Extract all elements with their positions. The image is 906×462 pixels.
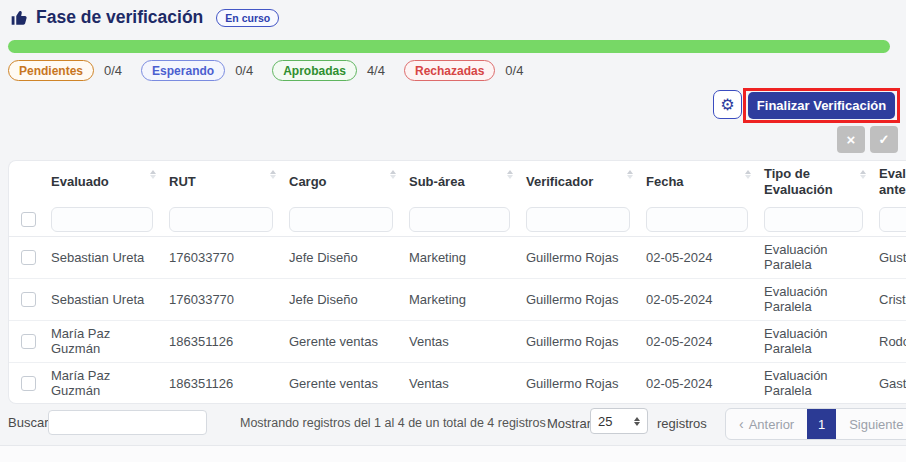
check-icon: ✓: [879, 132, 890, 147]
sort-icon[interactable]: [860, 170, 866, 179]
pagination: ‹ Anterior 1 Siguiente ›: [725, 408, 906, 440]
filter-input-fecha[interactable]: [646, 207, 748, 232]
badge-pendientes: Pendientes: [8, 60, 94, 81]
table-row: María Paz Guzmán 186351126 Gerente venta…: [9, 362, 906, 404]
column-header-evaluado: Evaluado: [43, 161, 161, 203]
counters-row: Pendientes 0/4 Esperando 0/4 Aprobadas 4…: [8, 60, 533, 81]
sort-icon[interactable]: [270, 170, 276, 179]
next-page-button[interactable]: Siguiente ›: [836, 409, 906, 439]
filter-row: [9, 203, 906, 236]
show-label: Mostrar: [547, 416, 591, 431]
row-checkbox[interactable]: [21, 250, 36, 265]
column-header-subarea: Sub-área: [401, 161, 518, 203]
column-header-evaluador-anterior: Evaluador anterior: [871, 161, 906, 203]
table-row: Sebastian Ureta 176033770 Jefe Diseño Ma…: [9, 278, 906, 320]
filter-input-evaluado[interactable]: [51, 207, 153, 232]
select-all-checkbox[interactable]: [21, 212, 36, 227]
badge-aprobadas: Aprobadas: [272, 60, 357, 81]
filter-input-verificador[interactable]: [526, 207, 630, 232]
filter-input-tipo-evaluacion[interactable]: [764, 207, 863, 232]
evaluations-table-card: Evaluado RUT Cargo Sub-área Verificador …: [8, 160, 906, 404]
settings-button[interactable]: ⚙: [713, 90, 742, 119]
column-header-fecha: Fecha: [638, 161, 756, 203]
select-arrows-icon: [634, 417, 640, 426]
thumbs-up-icon: [10, 8, 30, 28]
filter-input-rut[interactable]: [169, 207, 273, 232]
sort-icon[interactable]: [150, 170, 156, 179]
approve-button[interactable]: ✓: [870, 126, 898, 153]
count-aprobadas: 4/4: [367, 63, 385, 78]
column-header-verificador: Verificador: [518, 161, 638, 203]
chevron-left-icon: ‹: [739, 416, 744, 432]
page-size-select[interactable]: 25: [590, 408, 648, 434]
count-pendientes: 0/4: [104, 63, 122, 78]
bottom-divider: [0, 445, 906, 462]
sort-icon[interactable]: [390, 170, 396, 179]
progress-bar: [8, 40, 890, 53]
records-info: Mostrando registros del 1 al 4 de un tot…: [240, 416, 546, 430]
status-badge: En curso: [216, 9, 279, 27]
prev-page-button[interactable]: ‹ Anterior: [726, 409, 807, 439]
gear-icon: ⚙: [720, 96, 734, 113]
search-input[interactable]: [48, 410, 207, 435]
table-header-row: Evaluado RUT Cargo Sub-área Verificador …: [9, 161, 906, 203]
badge-esperando: Esperando: [141, 60, 225, 81]
table-row: Sebastian Ureta 176033770 Jefe Diseño Ma…: [9, 236, 906, 278]
sort-icon[interactable]: [627, 170, 633, 179]
evaluations-table: Evaluado RUT Cargo Sub-área Verificador …: [9, 161, 906, 404]
row-checkbox[interactable]: [21, 376, 36, 391]
filter-input-cargo[interactable]: [289, 207, 393, 232]
column-header-rut: RUT: [161, 161, 281, 203]
count-rechazadas: 0/4: [505, 63, 523, 78]
search-label: Buscar:: [8, 415, 52, 430]
finalize-verification-button[interactable]: Finalizar Verificación: [748, 92, 895, 119]
column-header-cargo: Cargo: [281, 161, 401, 203]
filter-input-evaluador-anterior[interactable]: [879, 207, 906, 232]
close-icon: ×: [847, 131, 856, 148]
count-esperando: 0/4: [235, 63, 253, 78]
sort-icon[interactable]: [745, 170, 751, 179]
filter-input-subarea[interactable]: [409, 207, 510, 232]
sort-icon[interactable]: [507, 170, 513, 179]
page-1-button[interactable]: 1: [807, 409, 836, 439]
row-checkbox[interactable]: [21, 292, 36, 307]
table-row: María Paz Guzmán 186351126 Gerente venta…: [9, 320, 906, 362]
page-header: Fase de verificación En curso: [10, 7, 279, 28]
header-checkbox-spacer: [9, 161, 43, 203]
column-header-tipo-evaluacion: Tipo de Evaluación: [756, 161, 871, 203]
reject-button[interactable]: ×: [837, 126, 865, 153]
page-title: Fase de verificación: [36, 7, 203, 28]
row-checkbox[interactable]: [21, 334, 36, 349]
page-size-value: 25: [598, 414, 612, 429]
registros-label: registros: [657, 416, 707, 431]
badge-rechazadas: Rechazadas: [404, 60, 495, 81]
